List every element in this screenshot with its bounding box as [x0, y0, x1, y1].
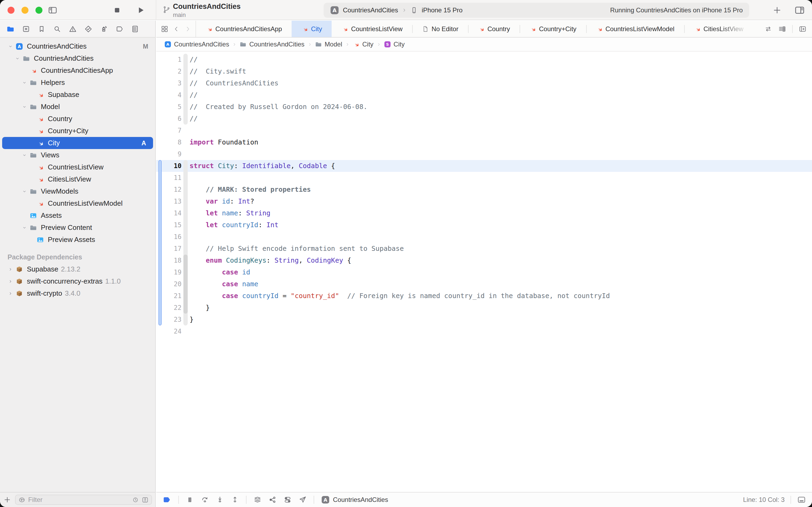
editor-tab-citieslistview[interactable]: CitiesListView	[684, 21, 752, 37]
disclosure-chevron-icon[interactable]	[15, 56, 22, 61]
sidebar-item-citieslistview[interactable]: CitiesListView	[0, 173, 155, 185]
code-line-9[interactable]: 9	[156, 148, 812, 160]
filter-icon[interactable]	[18, 496, 25, 504]
code-line-6[interactable]: 6//	[156, 113, 812, 125]
toggle-debug-area-icon[interactable]	[797, 495, 806, 504]
disclosure-chevron-icon[interactable]	[22, 189, 30, 194]
package-swift-crypto[interactable]: swift-crypto3.4.0	[0, 287, 155, 299]
sidebar-item-supabase[interactable]: Supabase	[0, 89, 155, 101]
disclosure-chevron-icon[interactable]	[22, 80, 30, 85]
view-hierarchy-icon[interactable]	[253, 496, 262, 504]
toggle-navigator-icon[interactable]	[48, 5, 57, 15]
code-line-5[interactable]: 5// Created by Russell Gordon on 2024-06…	[156, 101, 812, 113]
add-editor-icon[interactable]	[799, 25, 807, 33]
sidebar-item-country-city[interactable]: Country+City	[0, 125, 155, 137]
editor-options-icon[interactable]	[778, 25, 786, 33]
code-line-24[interactable]: 24	[156, 326, 812, 337]
code-line-14[interactable]: 14 let name: String	[156, 207, 812, 219]
env-overrides-icon[interactable]	[284, 496, 292, 504]
sidebar-item-preview-content[interactable]: Preview Content	[0, 222, 155, 234]
debug-navigator[interactable]	[100, 25, 108, 33]
go-back-icon[interactable]	[173, 25, 180, 33]
bookmarks-navigator[interactable]	[38, 25, 46, 33]
editor-tab-countriesandcitiesapp[interactable]: CountriesAndCitiesApp	[196, 21, 292, 37]
breadcrumb-item[interactable]: ACountriesAndCities	[164, 41, 229, 48]
step-out-icon[interactable]	[231, 496, 239, 504]
sidebar-item-countrieslistviewmodel[interactable]: CountriesListViewModel	[0, 198, 155, 210]
code-review-icon[interactable]	[764, 25, 772, 33]
source-control-filter-icon[interactable]	[141, 496, 149, 504]
code-line-7[interactable]: 7	[156, 125, 812, 136]
step-into-icon[interactable]	[216, 496, 224, 504]
source-control-navigator[interactable]	[22, 25, 30, 33]
code-line-21[interactable]: 21 case countryId = "country_id" // Fore…	[156, 290, 812, 302]
code-line-17[interactable]: 17 // Help Swift encode information sent…	[156, 243, 812, 255]
code-line-1[interactable]: 1//	[156, 54, 812, 65]
disclosure-chevron-icon[interactable]	[8, 291, 15, 296]
breadcrumb-item[interactable]: Model	[315, 41, 342, 48]
code-line-13[interactable]: 13 var id: Int?	[156, 195, 812, 207]
sidebar-item-countrieslistview[interactable]: CountriesListView	[0, 161, 155, 173]
sidebar-item-model[interactable]: Model	[0, 101, 155, 113]
fold-ribbon[interactable]	[183, 255, 188, 314]
code-line-12[interactable]: 12 // MARK: Stored properties	[156, 184, 812, 195]
code-area[interactable]: 1//2// City.swift3// CountriesAndCities4…	[156, 52, 812, 337]
code-line-2[interactable]: 2// City.swift	[156, 65, 812, 77]
minimize-window-button[interactable]	[21, 7, 28, 14]
filter-field[interactable]: Filter	[15, 495, 152, 505]
breadcrumb-item[interactable]: City	[353, 41, 373, 48]
editor-tab-countrieslistview[interactable]: CountriesListView	[332, 21, 412, 37]
source-control-change-bar[interactable]	[159, 160, 162, 326]
reports-navigator[interactable]	[131, 25, 139, 33]
editor-tab-country[interactable]: Country	[468, 21, 520, 37]
disclosure-chevron-icon[interactable]	[22, 225, 30, 230]
close-window-button[interactable]	[7, 7, 14, 14]
disclosure-chevron-icon[interactable]	[8, 279, 15, 284]
fold-ribbon[interactable]	[183, 54, 188, 125]
code-line-4[interactable]: 4//	[156, 89, 812, 101]
disclosure-chevron-icon[interactable]	[8, 267, 15, 272]
sidebar-item-countriesandcitiesapp[interactable]: CountriesAndCitiesApp	[0, 64, 155, 76]
code-line-18[interactable]: 18 enum CodingKeys: String, CodingKey {	[156, 255, 812, 266]
breadcrumb-item[interactable]: SCity	[384, 41, 405, 48]
sidebar-item-country[interactable]: Country	[0, 113, 155, 125]
sidebar-item-preview-assets[interactable]: Preview Assets	[0, 234, 155, 246]
sidebar-item-views[interactable]: Views	[0, 149, 155, 161]
breakpoints-navigator[interactable]	[115, 25, 123, 33]
code-line-16[interactable]: 16	[156, 231, 812, 243]
sidebar-item-helpers[interactable]: Helpers	[0, 76, 155, 89]
code-line-10[interactable]: 10struct City: Identifiable, Codable {	[156, 160, 812, 172]
editor-tab-no-editor[interactable]: No Editor	[412, 21, 468, 37]
step-over-icon[interactable]	[201, 496, 209, 504]
code-line-11[interactable]: 11	[156, 172, 812, 184]
tests-navigator[interactable]	[84, 25, 93, 33]
memory-graph-icon[interactable]	[269, 496, 277, 504]
disclosure-chevron-icon[interactable]	[22, 105, 30, 109]
go-forward-icon[interactable]	[184, 25, 191, 33]
code-line-15[interactable]: 15 let countryId: Int	[156, 219, 812, 231]
sidebar-item-assets[interactable]: Assets	[0, 210, 155, 222]
scheme-name[interactable]: CountriesAndCities	[343, 6, 398, 14]
toggle-inspector-icon[interactable]	[794, 5, 805, 15]
package-supabase[interactable]: Supabase2.13.2	[0, 263, 155, 275]
find-navigator[interactable]	[53, 25, 61, 33]
code-line-20[interactable]: 20 case name	[156, 278, 812, 290]
sidebar-item-countriesandcities[interactable]: CountriesAndCities	[0, 52, 155, 64]
code-line-3[interactable]: 3// CountriesAndCities	[156, 77, 812, 89]
breakpoint-fill-icon[interactable]	[162, 495, 171, 504]
zoom-window-button[interactable]	[36, 7, 43, 14]
sidebar-item-countriesandcities[interactable]: ACountriesAndCitiesM	[0, 40, 155, 52]
disclosure-chevron-icon[interactable]	[8, 44, 15, 49]
pause-icon[interactable]	[186, 496, 194, 504]
package-swift-concurrency-extras[interactable]: swift-concurrency-extras1.1.0	[0, 275, 155, 287]
run-destination[interactable]: iPhone 15 Pro	[421, 6, 462, 14]
stop-button-icon[interactable]	[112, 5, 122, 15]
code-line-22[interactable]: 22 }	[156, 302, 812, 314]
location-icon[interactable]	[299, 496, 307, 504]
new-tab-button-icon[interactable]	[772, 5, 782, 15]
issues-navigator[interactable]	[69, 25, 77, 33]
disclosure-chevron-icon[interactable]	[22, 153, 30, 158]
run-button-icon[interactable]	[136, 5, 146, 15]
add-item-icon[interactable]	[3, 496, 11, 504]
code-line-8[interactable]: 8import Foundation	[156, 136, 812, 148]
